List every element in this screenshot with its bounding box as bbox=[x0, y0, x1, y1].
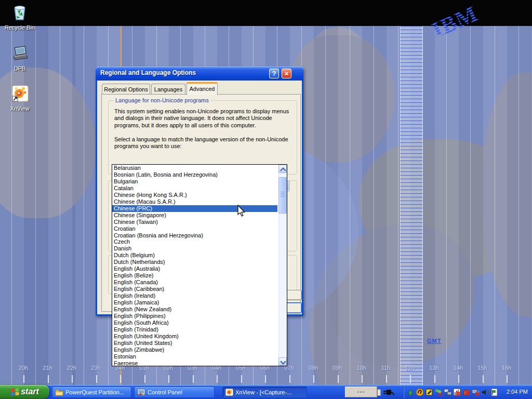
language-option[interactable]: English (South Africa) bbox=[112, 320, 277, 326]
desktop: GMT 20h21h22h23h24h01h02h03h04h05h06h07h… bbox=[0, 0, 532, 399]
timezone-boundary-line bbox=[470, 26, 471, 385]
folder-icon bbox=[55, 389, 63, 396]
language-option[interactable]: English (Jamaica) bbox=[112, 299, 277, 306]
language-option[interactable]: English (New Zealand) bbox=[112, 306, 277, 313]
start-button[interactable]: start bbox=[0, 385, 49, 399]
description-text-2: Select a language to match the language … bbox=[114, 136, 293, 150]
desktop-icon-label: DPB bbox=[0, 65, 39, 72]
taskbutton-control-panel[interactable]: Control Panel bbox=[134, 387, 215, 398]
network-users-offline-icon[interactable] bbox=[434, 388, 443, 396]
language-option[interactable]: English (Ireland) bbox=[112, 292, 277, 299]
language-option[interactable]: English (Zimbabwe) bbox=[112, 347, 277, 353]
language-option[interactable]: English (Philippines) bbox=[112, 313, 277, 320]
dialog-titlebar[interactable]: Regional and Language Options ? × bbox=[96, 66, 303, 81]
timezone-tick bbox=[386, 375, 387, 383]
desktop-icon-dpb[interactable]: DPB bbox=[0, 44, 39, 72]
green-utility-icon[interactable] bbox=[406, 388, 415, 396]
language-option[interactable]: English (United States) bbox=[112, 340, 277, 347]
timezone-tick bbox=[483, 375, 484, 383]
language-option[interactable]: Danish bbox=[112, 245, 277, 252]
timezone-tick bbox=[241, 375, 242, 383]
timezone-boundary-line bbox=[11, 26, 12, 385]
timezone-label: 20h bbox=[11, 365, 35, 371]
timezone-label: 08h bbox=[301, 365, 325, 371]
taskbutton-label: XnView - [<Capture-... bbox=[235, 389, 291, 395]
desktop-icon-xnview[interactable]: XnView bbox=[0, 84, 39, 112]
timezone-tick bbox=[168, 375, 169, 383]
timezone-boundary-line bbox=[518, 26, 519, 385]
language-option[interactable]: English (Caribbean) bbox=[112, 286, 277, 292]
language-option[interactable]: Croatian bbox=[112, 225, 277, 232]
language-option[interactable]: Croatian (Bosnia and Herzegovina) bbox=[112, 232, 277, 239]
device-disconnected-icon[interactable] bbox=[462, 388, 471, 396]
language-option[interactable]: English (Belize) bbox=[112, 272, 277, 279]
timezone-boundary-line bbox=[84, 26, 84, 385]
language-option[interactable]: English (United Kingdom) bbox=[112, 333, 277, 340]
timezone-tick bbox=[338, 375, 339, 383]
scroll-down-button[interactable] bbox=[278, 357, 287, 366]
language-option[interactable]: Catalan bbox=[112, 185, 277, 192]
description-text-1: This system setting enables non-Unicode … bbox=[114, 108, 293, 129]
close-button[interactable]: × bbox=[282, 69, 291, 78]
language-option[interactable]: Chinese (PRC) bbox=[112, 205, 277, 212]
mouse-cursor bbox=[237, 205, 247, 218]
help-button[interactable]: ? bbox=[269, 69, 279, 78]
list-scrollbar[interactable] bbox=[278, 165, 287, 366]
tab-advanced[interactable]: Advanced bbox=[187, 82, 218, 95]
language-option[interactable]: English (Trinidad) bbox=[112, 326, 277, 333]
language-option[interactable]: Chinese (Singapore) bbox=[112, 212, 277, 219]
battery-meter[interactable]: --- bbox=[345, 387, 377, 397]
language-dropdown-list[interactable]: BelarusianBosnian (Latin, Bosnia and Her… bbox=[112, 164, 287, 366]
control-panel-icon bbox=[137, 389, 145, 396]
messenger-icon[interactable] bbox=[416, 388, 424, 396]
display-network-offline-icon[interactable] bbox=[472, 388, 481, 396]
language-option[interactable]: Bosnian (Latin, Bosnia and Herzegovina) bbox=[112, 171, 277, 178]
gmt-label: GMT bbox=[427, 338, 441, 344]
scroll-up-button[interactable] bbox=[278, 165, 287, 173]
language-option[interactable]: Czech bbox=[112, 238, 277, 245]
desktop-icon-recycle-bin[interactable]: Recycle Bin bbox=[0, 3, 39, 31]
desktop-icon-label: XnView bbox=[0, 105, 39, 112]
language-option[interactable]: Dutch (Belgium) bbox=[112, 252, 277, 259]
timezone-tick bbox=[313, 375, 314, 383]
ac-plug-icon bbox=[382, 388, 395, 397]
timezone-tick bbox=[434, 375, 435, 383]
language-option[interactable]: Belarusian bbox=[112, 165, 277, 171]
timezone-tick bbox=[507, 375, 508, 383]
timezone-tick bbox=[120, 375, 121, 383]
windows-flag-icon bbox=[10, 388, 20, 396]
volume-icon[interactable] bbox=[481, 388, 490, 396]
taskbar-clock[interactable]: 2:04 PM bbox=[507, 389, 528, 395]
language-option[interactable]: Faeroese bbox=[112, 360, 277, 367]
chevron-up-icon bbox=[280, 167, 286, 173]
taskbutton-powerquest[interactable]: PowerQuest Partition... bbox=[52, 387, 131, 398]
language-option[interactable]: English (Canada) bbox=[112, 279, 277, 286]
timezone-label: 14h bbox=[446, 365, 470, 371]
group-caption: Language for non-Unicode programs bbox=[114, 97, 210, 103]
xnview-shortcut-icon bbox=[10, 84, 29, 102]
taskbutton-xnview[interactable]: XnView - [<Capture-... bbox=[222, 387, 307, 398]
xnview-icon bbox=[225, 389, 233, 396]
language-option[interactable]: Estonian bbox=[112, 353, 277, 360]
security-shield-icon[interactable] bbox=[425, 388, 434, 396]
language-option[interactable]: English (Australia) bbox=[112, 265, 277, 272]
performance-chart-offline-icon[interactable] bbox=[453, 388, 462, 396]
tab-languages[interactable]: Languages bbox=[151, 84, 185, 95]
start-label: start bbox=[21, 387, 39, 396]
timezone-tick bbox=[410, 375, 411, 383]
language-option[interactable]: Dutch (Netherlands) bbox=[112, 259, 277, 265]
language-option[interactable]: Chinese (Macau S.A.R.) bbox=[112, 198, 277, 205]
timezone-boundary-line bbox=[374, 26, 374, 385]
language-option[interactable]: Chinese (Hong Kong S.A.R.) bbox=[112, 192, 277, 198]
language-option[interactable]: Chinese (Taiwan) bbox=[112, 219, 277, 225]
timezone-label: 10h bbox=[350, 365, 374, 371]
network-computers-icon[interactable] bbox=[444, 388, 453, 396]
timezone-tick bbox=[362, 375, 363, 383]
timezone-boundary-line bbox=[446, 26, 447, 385]
scrollbar-thumb[interactable] bbox=[278, 177, 287, 214]
timezone-label: 22h bbox=[60, 365, 84, 371]
language-indicator-icon[interactable] bbox=[490, 388, 499, 396]
tab-regional-options[interactable]: Regional Options bbox=[102, 84, 150, 95]
timezone-label: 13h bbox=[422, 365, 446, 371]
language-option[interactable]: Bulgarian bbox=[112, 178, 277, 185]
